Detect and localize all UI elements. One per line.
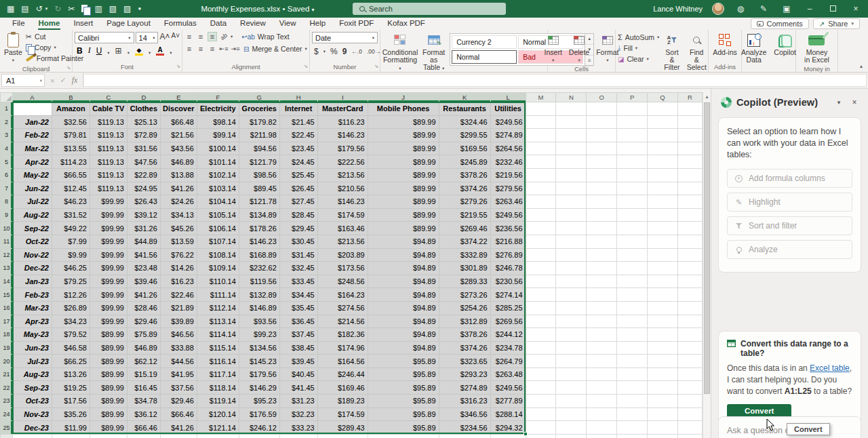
cell-K19[interactable]: $374.26 [439, 341, 490, 355]
cell-I17[interactable]: $214.56 [317, 315, 368, 328]
cell-D2[interactable]: $25.13 [127, 115, 160, 129]
cell-M1[interactable] [526, 102, 556, 116]
cell-I11[interactable]: $213.56 [317, 235, 368, 248]
column-header-N[interactable]: N [556, 93, 587, 102]
cell-K14[interactable]: $289.33 [439, 275, 490, 288]
undo-caret-icon[interactable]: ▾ [45, 5, 48, 13]
cell-G25[interactable]: $246.12 [239, 421, 279, 435]
cell-H9[interactable]: $28.45 [279, 208, 317, 222]
style-currency-2[interactable]: Currency 2 [452, 35, 517, 49]
cell-M20[interactable] [526, 355, 556, 368]
close-button[interactable]: × [849, 4, 863, 14]
cell-O20[interactable] [587, 355, 617, 368]
cell-E12[interactable]: $76.22 [160, 248, 197, 262]
cell-G9[interactable]: $134.89 [239, 208, 279, 222]
cell-G20[interactable]: $145.23 [239, 355, 279, 368]
cell-L24[interactable]: $288.14 [490, 407, 526, 421]
cell-B15[interactable]: $12.26 [52, 288, 90, 302]
cell-O19[interactable] [587, 341, 617, 355]
cell-M12[interactable] [526, 248, 556, 262]
cell-F18[interactable]: $114.14 [197, 328, 239, 342]
cell-A20[interactable]: Jul-23 [12, 355, 52, 368]
cell-P7[interactable] [617, 182, 648, 195]
cell-F5[interactable]: $101.14 [197, 155, 239, 169]
cell-O10[interactable] [587, 222, 617, 235]
copilot-button[interactable]: Copilot [772, 32, 798, 57]
pane-collapse-icon[interactable]: ▾ [833, 99, 844, 106]
cell-J25[interactable]: $95.89 [368, 421, 439, 435]
cell-R23[interactable] [677, 395, 702, 408]
underline-caret-icon[interactable]: ▾ [107, 50, 109, 56]
cell-K8[interactable]: $279.26 [439, 195, 490, 209]
cell-F11[interactable]: $107.14 [197, 235, 239, 248]
cell-H18[interactable]: $37.45 [279, 328, 317, 342]
cell-D9[interactable]: $39.12 [127, 208, 160, 222]
cell-P10[interactable] [617, 222, 648, 235]
cell-H26[interactable] [279, 434, 317, 438]
cell-F17[interactable]: $113.14 [197, 315, 239, 328]
cell-B25[interactable]: $11.99 [52, 421, 90, 435]
cell-I13[interactable]: $173.56 [317, 262, 368, 275]
cell-A17[interactable]: Apr-23 [12, 315, 52, 328]
cell-E21[interactable]: $41.95 [160, 367, 197, 381]
autosum-button[interactable]: ΣAutoSum▾ [618, 33, 659, 42]
row-header-15[interactable]: 15 [1, 288, 13, 302]
cell-F3[interactable]: $99.14 [197, 129, 239, 142]
cell-Q22[interactable] [648, 381, 678, 395]
cell-C7[interactable]: $119.13 [90, 182, 127, 195]
tab-foxit-pdf[interactable]: Foxit PDF [332, 18, 380, 29]
cell-J15[interactable]: $94.89 [368, 288, 439, 302]
paste-icon[interactable]: ▥ [94, 5, 102, 13]
cell-E3[interactable]: $21.56 [160, 129, 197, 142]
cell-A7[interactable]: Jun-22 [12, 182, 52, 195]
cell-I20[interactable]: $164.56 [317, 355, 368, 368]
cell-G1[interactable]: Groceries [239, 102, 279, 116]
cell-J21[interactable]: $95.89 [368, 367, 439, 381]
cell-Q21[interactable] [648, 367, 678, 381]
cell-E10[interactable]: $45.26 [160, 222, 197, 235]
style-normal[interactable]: Normal [452, 50, 517, 64]
wrap-text-button[interactable]: ↩abWrap Text [241, 32, 289, 41]
cell-L13[interactable]: $246.78 [490, 262, 526, 275]
cell-E13[interactable]: $14.26 [160, 262, 197, 275]
cell-K5[interactable]: $245.89 [439, 155, 490, 169]
cell-P2[interactable] [617, 115, 648, 129]
row-header-18[interactable]: 18 [1, 328, 13, 342]
cell-K1[interactable]: Restaurants [439, 102, 490, 116]
cell-B14[interactable]: $79.25 [52, 275, 90, 288]
cell-A4[interactable]: Mar-22 [12, 142, 52, 155]
cell-B13[interactable]: $46.25 [52, 262, 90, 275]
cell-I16[interactable]: $274.56 [317, 301, 368, 315]
cell-Q26[interactable] [648, 434, 678, 438]
cell-L4[interactable]: $264.56 [490, 142, 526, 155]
font-size-select[interactable]: 14▾ [136, 32, 159, 43]
cell-O22[interactable] [587, 381, 617, 395]
cell-B24[interactable]: $35.26 [52, 407, 90, 421]
cell-Q10[interactable] [648, 222, 678, 235]
cell-L19[interactable]: $234.78 [490, 341, 526, 355]
cell-E25[interactable]: $41.26 [160, 421, 197, 435]
cell-A5[interactable]: Apr-22 [12, 155, 52, 169]
cell-H10[interactable]: $29.45 [279, 222, 317, 235]
cell-G7[interactable]: $89.45 [239, 182, 279, 195]
user-avatar[interactable] [712, 3, 724, 15]
cell-G5[interactable]: $121.79 [239, 155, 279, 169]
cell-A24[interactable]: Nov-23 [12, 407, 52, 421]
cell-J19[interactable]: $94.89 [368, 341, 439, 355]
cell-F15[interactable]: $111.14 [197, 288, 239, 302]
align-left-icon[interactable]: ≡ [184, 45, 194, 53]
fill-button[interactable]: ⤓Fill▾ [618, 43, 659, 53]
cell-H16[interactable]: $35.45 [279, 301, 317, 315]
cell-R25[interactable] [677, 421, 702, 435]
cell-P15[interactable] [617, 288, 648, 302]
cell-J23[interactable]: $95.89 [368, 395, 439, 408]
row-header-21[interactable]: 21 [1, 367, 13, 381]
cell-P16[interactable] [617, 301, 648, 315]
cell-D24[interactable]: $36.12 [127, 407, 160, 421]
cell-C12[interactable]: $99.99 [90, 248, 127, 262]
cell-H13[interactable]: $32.45 [279, 262, 317, 275]
cell-K24[interactable]: $346.56 [439, 407, 490, 421]
cell-G4[interactable]: $94.56 [239, 142, 279, 155]
cell-A19[interactable]: Jun-23 [12, 341, 52, 355]
cell-L8[interactable]: $263.46 [490, 195, 526, 209]
